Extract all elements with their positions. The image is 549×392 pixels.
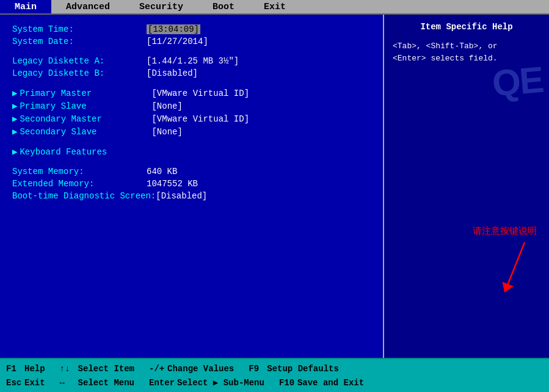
annotation-arrow bbox=[473, 239, 537, 297]
select-item-desc: Select Item bbox=[78, 364, 134, 374]
diskette-a-row: Legacy Diskette A: [1.44/1.25 MB 3½"] bbox=[12, 56, 371, 66]
system-time-value[interactable]: [13:04:09] bbox=[147, 24, 200, 34]
diskette-a-value[interactable]: [1.44/1.25 MB 3½"] bbox=[147, 56, 239, 66]
change-values-desc: Change Values bbox=[167, 364, 234, 374]
svg-line-1 bbox=[506, 242, 525, 288]
diskette-a-label: Legacy Diskette A: bbox=[12, 56, 147, 66]
diskette-b-label: Legacy Diskette B: bbox=[12, 68, 147, 78]
secondary-slave-label: Secondary Slave bbox=[20, 127, 151, 137]
system-date-row: System Date: [11/27/2014] bbox=[12, 37, 371, 46]
primary-master-row[interactable]: ▶ Primary Master [VMware Virtual ID] bbox=[12, 88, 371, 98]
primary-slave-value: [None] bbox=[151, 101, 182, 111]
menu-bar: Main Advanced Security Boot Exit bbox=[0, 0, 549, 15]
secondary-master-label: Secondary Master bbox=[20, 114, 151, 124]
diskette-b-value[interactable]: [Disabled] bbox=[147, 68, 198, 78]
bios-logo-watermark: QE bbox=[491, 62, 545, 103]
extended-memory-value: 1047552 KB bbox=[147, 179, 198, 189]
menu-item-exit[interactable]: Exit bbox=[249, 0, 300, 13]
status-bar: F1 Help ↑↓ Select Item -/+ Change Values… bbox=[0, 358, 549, 392]
boot-diagnostic-label: Boot-time Diagnostic Screen: bbox=[12, 191, 156, 201]
enter-key: Enter bbox=[149, 378, 175, 388]
system-date-label: System Date: bbox=[12, 37, 147, 46]
primary-master-arrow: ▶ bbox=[12, 88, 17, 98]
system-memory-label: System Memory: bbox=[12, 167, 147, 176]
primary-slave-row[interactable]: ▶ Primary Slave [None] bbox=[12, 101, 371, 111]
esc-desc: Exit bbox=[24, 378, 45, 388]
annotation-container: 请注意按键说明 bbox=[473, 225, 537, 297]
menu-item-boot[interactable]: Boot bbox=[198, 0, 249, 13]
secondary-slave-row[interactable]: ▶ Secondary Slave [None] bbox=[12, 126, 371, 137]
primary-master-label: Primary Master bbox=[20, 89, 151, 98]
primary-slave-arrow: ▶ bbox=[12, 101, 17, 111]
plusminus-key: -/+ bbox=[149, 364, 167, 374]
annotation-text: 请注意按键说明 bbox=[473, 225, 537, 237]
diskette-b-row: Legacy Diskette B: [Disabled] bbox=[12, 68, 371, 78]
primary-master-value: [VMware Virtual ID] bbox=[151, 89, 249, 98]
boot-diagnostic-row: Boot-time Diagnostic Screen: [Disabled] bbox=[12, 191, 371, 201]
menu-item-main[interactable]: Main bbox=[0, 0, 51, 13]
secondary-master-row[interactable]: ▶ Secondary Master [VMware Virtual ID] bbox=[12, 114, 371, 124]
submenu-desc: Select ▶ Sub-Menu bbox=[177, 377, 264, 388]
help-panel-title: Item Specific Help bbox=[393, 22, 540, 32]
secondary-master-arrow: ▶ bbox=[12, 114, 17, 124]
system-time-row: System Time: [13:04:09] bbox=[12, 24, 371, 34]
extended-memory-row: Extended Memory: 1047552 KB bbox=[12, 179, 371, 189]
setup-defaults-desc: Setup Defaults bbox=[267, 364, 339, 374]
system-memory-value: 640 KB bbox=[147, 167, 177, 176]
red-arrow-svg bbox=[494, 239, 537, 294]
secondary-slave-arrow: ▶ bbox=[12, 126, 17, 137]
esc-key: Esc bbox=[6, 378, 24, 388]
f1-key: F1 bbox=[6, 364, 24, 374]
right-panel: Item Specific Help QE <Tab>, <Shift-Tab>… bbox=[383, 15, 549, 358]
status-row-2: Esc Exit ↔ Select Menu Enter Select ▶ Su… bbox=[6, 376, 543, 390]
keyboard-features-arrow: ▶ bbox=[12, 147, 17, 157]
save-exit-desc: Save and Exit bbox=[297, 378, 364, 388]
system-time-label: System Time: bbox=[12, 24, 147, 34]
boot-diagnostic-value[interactable]: [Disabled] bbox=[156, 191, 207, 201]
f10-key: F10 bbox=[279, 378, 297, 388]
system-date-value[interactable]: [11/27/2014] bbox=[147, 37, 208, 46]
leftright-key: ↔ bbox=[60, 378, 78, 388]
content-area: System Time: [13:04:09] System Date: [11… bbox=[0, 15, 549, 358]
extended-memory-label: Extended Memory: bbox=[12, 179, 147, 189]
status-row-1: F1 Help ↑↓ Select Item -/+ Change Values… bbox=[6, 361, 543, 376]
system-memory-row: System Memory: 640 KB bbox=[12, 167, 371, 176]
left-panel: System Time: [13:04:09] System Date: [11… bbox=[0, 15, 383, 358]
select-menu-desc: Select Menu bbox=[78, 378, 134, 388]
secondary-slave-value: [None] bbox=[151, 127, 182, 137]
f9-key: F9 bbox=[249, 364, 267, 374]
keyboard-features-label: Keyboard Features bbox=[20, 147, 151, 157]
menu-item-advanced[interactable]: Advanced bbox=[51, 0, 125, 13]
primary-slave-label: Primary Slave bbox=[20, 101, 151, 111]
menu-item-security[interactable]: Security bbox=[125, 0, 198, 13]
keyboard-features-row[interactable]: ▶ Keyboard Features bbox=[12, 147, 371, 157]
f1-desc: Help bbox=[24, 364, 45, 374]
updown-key: ↑↓ bbox=[60, 364, 78, 374]
secondary-master-value: [VMware Virtual ID] bbox=[151, 114, 249, 124]
